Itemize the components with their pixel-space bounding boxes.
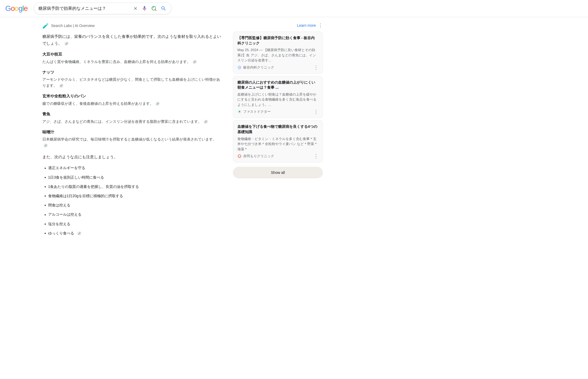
source-info-0: 板谷内科クリニック [237, 65, 274, 70]
source-card-1[interactable]: 糖尿病の人におすすめの血糖値の上がりにくい朝食メニューは？食事 ... 血糖値を… [233, 76, 323, 118]
ai-overview-header: 🧪 Search Labs | AI Overview [42, 22, 222, 29]
lens-button[interactable] [151, 5, 157, 12]
source-info-2: 赤羽もりクリニック [237, 154, 274, 159]
source-footer-1: + ファストドクター ⋮ [237, 109, 318, 114]
bullet-list: 適正エネルギーを守る 1日3食を規則正しい時間に食べる 1食あたりの脂質の適量を… [42, 164, 222, 238]
source-favicon-2 [237, 154, 242, 158]
link-icon-3[interactable]: 🔗 [204, 120, 208, 124]
logo-o1: o [11, 4, 15, 13]
list-item: 適正エネルギーを守る [44, 164, 222, 173]
source-snippet-2: 食物繊維・ビタミン・ミネラルを多く含む食事＊玄米や七分づき米＊全粒粉やライ麦パン… [237, 136, 318, 152]
voice-search-button[interactable] [141, 5, 148, 12]
source-name-0: 板谷内科クリニック [243, 65, 274, 70]
source-menu-0[interactable]: ⋮ [314, 65, 318, 70]
search-input[interactable] [38, 6, 130, 11]
food-section-4: 味噌汁 日本糖尿病学会の研究では、毎日味噌汁を摂取すると血糖値が低くなるという結… [42, 129, 222, 148]
food-desc-2: 腸での糖吸収が遅く、食後血糖値の上昇を抑える効果があります。 🔗 [42, 101, 222, 106]
source-favicon-0 [237, 65, 242, 70]
food-name-2: 玄米や全粒粉入りのパン [42, 93, 222, 100]
source-title-0: 【専門医監修】糖尿病予防に効く食事 - 板谷内科クリニック [237, 35, 318, 46]
clear-button[interactable] [133, 6, 138, 11]
link-icon-0[interactable]: 🔗 [193, 60, 197, 64]
list-item: 1日3食を規則正しい時間に食べる [44, 173, 222, 182]
source-title-2: 血糖値を下げる食べ物で糖尿病を良くする4つの基礎知識 [237, 124, 318, 134]
food-name-4: 味噌汁 [42, 129, 222, 136]
google-logo: G o o g l e [5, 4, 28, 13]
logo-o2: o [15, 4, 19, 13]
learn-more-button[interactable]: Learn more [297, 23, 316, 28]
link-icon-1[interactable]: 🔗 [59, 84, 64, 88]
header: G o o g l e [0, 0, 588, 17]
food-section-2: 玄米や全粒粉入りのパン 腸での糖吸収が遅く、食後血糖値の上昇を抑える効果がありま… [42, 93, 222, 106]
ai-overview-icon: 🧪 [42, 22, 49, 29]
logo-g2: g [19, 4, 22, 13]
source-card-0[interactable]: 【専門医監修】糖尿病予防に効く食事 - 板谷内科クリニック May 25, 20… [233, 31, 323, 74]
link-icon-2[interactable]: 🔗 [156, 102, 160, 106]
food-desc-1: アーモンドやクルミ、ピスタチオなどは糖質が少なく、間食として摂取しても血糖値を上… [42, 76, 222, 88]
search-bar[interactable] [34, 3, 171, 14]
food-section-0: 大豆や枝豆 たんぱく質や食物繊維、ミネラルを豊富に含み、血糖値の上昇を抑える効果… [42, 51, 222, 65]
show-all-button[interactable]: Show all [233, 167, 323, 178]
source-snippet-1: 血糖値を上げにくい朝食は？血糖値の上昇を緩やかにすると言われる食物繊維を多く含む… [237, 92, 318, 107]
search-button[interactable] [160, 5, 167, 12]
search-icons [133, 5, 167, 12]
list-item: 1食あたりの脂質の適量を把握し、良質の油を摂取する [44, 182, 222, 191]
source-name-1: ファストドクター [243, 109, 271, 114]
list-item: ゆっくり食べる 🔗 [44, 229, 222, 238]
source-card-2[interactable]: 血糖値を下げる食べ物で糖尿病を良くする4つの基礎知識 食物繊維・ビタミン・ミネラ… [233, 120, 323, 163]
source-favicon-1: + [237, 110, 242, 114]
link-icon-intro[interactable]: 🔗 [64, 42, 69, 46]
food-name-1: ナッツ [42, 69, 222, 76]
source-snippet-0: May 25, 2024 — 【糖尿病予防に良い食材とその効果2】魚 アジ、さば… [237, 47, 318, 63]
ai-intro: 糖尿病予防には、栄養のバランスを良くした食事が効果的です。次のような食材を取り入… [42, 33, 222, 47]
source-menu-1[interactable]: ⋮ [314, 109, 318, 114]
food-desc-4: 日本糖尿病学会の研究では、毎日味噌汁を摂取すると血糖値が低くなるという結果が発表… [42, 136, 222, 148]
link-icon-last[interactable]: 🔗 [77, 231, 82, 236]
main-content: 🧪 Search Labs | AI Overview 糖尿病予防には、栄養のバ… [0, 17, 370, 243]
list-item: アルコールは控える [44, 210, 222, 219]
logo-g: G [5, 4, 11, 13]
food-name-0: 大豆や枝豆 [42, 51, 222, 58]
list-item: 塩分を控える [44, 219, 222, 229]
food-section-3: 青魚 アジ、さば、さんまなどの青魚には、インスリン分泌を改善する脂肪が豊富に含ま… [42, 111, 222, 124]
left-column: 🧪 Search Labs | AI Overview 糖尿病予防には、栄養のバ… [42, 22, 222, 238]
source-name-2: 赤羽もりクリニック [243, 154, 274, 159]
source-info-1: + ファストドクター [237, 109, 271, 114]
ai-content: 糖尿病予防には、栄養のバランスを良くした食事が効果的です。次のような食材を取り入… [42, 33, 222, 238]
list-item: 食物繊維は1日20gを目標に積極的に摂取する [44, 191, 222, 201]
link-icon-4[interactable]: 🔗 [43, 143, 48, 148]
food-section-1: ナッツ アーモンドやクルミ、ピスタチオなどは糖質が少なく、間食として摂取しても血… [42, 69, 222, 88]
more-options-icon[interactable]: ⋮ [318, 22, 323, 28]
food-name-3: 青魚 [42, 111, 222, 118]
logo-e: e [24, 4, 28, 13]
ai-overview-label: Search Labs | AI Overview [51, 24, 95, 28]
right-column: Learn more ⋮ 【専門医監修】糖尿病予防に効く食事 - 板谷内科クリニ… [233, 22, 323, 238]
also-note: また、次のような点にも注意しましょう。 [42, 154, 222, 160]
source-footer-2: 赤羽もりクリニック ⋮ [237, 154, 318, 159]
source-footer-0: 板谷内科クリニック ⋮ [237, 65, 318, 70]
food-desc-3: アジ、さば、さんまなどの青魚には、インスリン分泌を改善する脂肪が豊富に含まれてい… [42, 119, 222, 124]
food-desc-0: たんぱく質や食物繊維、ミネラルを豊富に含み、血糖値の上昇を抑える効果があります。… [42, 59, 222, 65]
source-title-1: 糖尿病の人におすすめの血糖値の上がりにくい朝食メニューは？食事 ... [237, 80, 318, 90]
list-item: 間食は控える [44, 201, 222, 210]
right-header: Learn more ⋮ [233, 22, 323, 28]
source-menu-2[interactable]: ⋮ [314, 154, 318, 159]
